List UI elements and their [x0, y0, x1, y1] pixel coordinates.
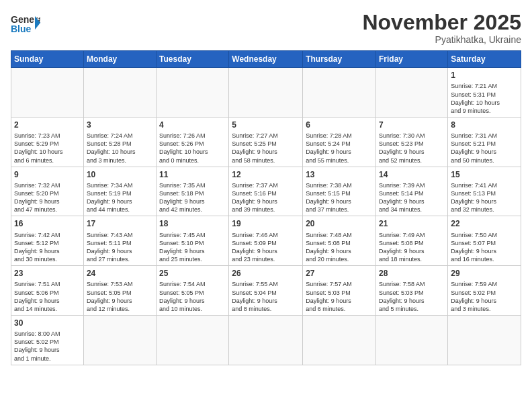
day-info: Sunrise: 7:42 AM Sunset: 5:12 PM Dayligh…: [14, 231, 81, 264]
calendar-cell: 21Sunrise: 7:49 AM Sunset: 5:08 PM Dayli…: [376, 216, 448, 266]
header: General Blue November 2025 Pyatikhatka, …: [11, 11, 521, 45]
day-number: 1: [451, 70, 518, 81]
calendar-cell: 9Sunrise: 7:32 AM Sunset: 5:20 PM Daylig…: [11, 167, 84, 216]
day-info: Sunrise: 7:39 AM Sunset: 5:14 PM Dayligh…: [379, 181, 445, 214]
day-info: Sunrise: 7:58 AM Sunset: 5:03 PM Dayligh…: [379, 280, 445, 313]
calendar-cell: 26Sunrise: 7:55 AM Sunset: 5:04 PM Dayli…: [229, 266, 303, 316]
day-info: Sunrise: 7:21 AM Sunset: 5:31 PM Dayligh…: [451, 82, 518, 115]
calendar-cell: 6Sunrise: 7:28 AM Sunset: 5:24 PM Daylig…: [303, 117, 376, 167]
day-number: 20: [306, 218, 373, 229]
calendar-cell: [229, 315, 303, 365]
day-info: Sunrise: 7:51 AM Sunset: 5:06 PM Dayligh…: [14, 280, 81, 313]
calendar-cell: 5Sunrise: 7:27 AM Sunset: 5:25 PM Daylig…: [229, 117, 303, 167]
day-number: 4: [159, 120, 226, 130]
day-number: 7: [379, 120, 445, 130]
calendar-cell: [157, 315, 229, 365]
day-info: Sunrise: 7:59 AM Sunset: 5:02 PM Dayligh…: [451, 280, 518, 313]
day-number: 21: [379, 218, 445, 229]
day-info: Sunrise: 7:57 AM Sunset: 5:03 PM Dayligh…: [306, 280, 373, 313]
calendar-cell: 29Sunrise: 7:59 AM Sunset: 5:02 PM Dayli…: [448, 266, 521, 316]
day-header-tuesday: Tuesday: [157, 51, 229, 68]
calendar-cell: 23Sunrise: 7:51 AM Sunset: 5:06 PM Dayli…: [11, 266, 84, 316]
svg-text:Blue: Blue: [11, 24, 32, 34]
location-subtitle: Pyatikhatka, Ukraine: [362, 34, 521, 45]
day-info: Sunrise: 7:32 AM Sunset: 5:20 PM Dayligh…: [14, 181, 81, 214]
day-info: Sunrise: 8:00 AM Sunset: 5:02 PM Dayligh…: [14, 330, 81, 363]
calendar-cell: 14Sunrise: 7:39 AM Sunset: 5:14 PM Dayli…: [376, 167, 448, 216]
day-header-monday: Monday: [83, 51, 156, 68]
calendar-table: SundayMondayTuesdayWednesdayThursdayFrid…: [11, 50, 521, 365]
day-number: 18: [159, 218, 226, 229]
day-number: 14: [379, 169, 445, 180]
calendar-cell: 20Sunrise: 7:48 AM Sunset: 5:08 PM Dayli…: [303, 216, 376, 266]
calendar-cell: 27Sunrise: 7:57 AM Sunset: 5:03 PM Dayli…: [303, 266, 376, 316]
calendar-cell: [83, 315, 156, 365]
day-header-sunday: Sunday: [11, 51, 84, 68]
calendar-cell: 28Sunrise: 7:58 AM Sunset: 5:03 PM Dayli…: [376, 266, 448, 316]
day-number: 24: [87, 268, 153, 279]
title-area: November 2025 Pyatikhatka, Ukraine: [362, 11, 521, 45]
calendar-cell: 13Sunrise: 7:38 AM Sunset: 5:15 PM Dayli…: [303, 167, 376, 216]
calendar-cell: 22Sunrise: 7:50 AM Sunset: 5:07 PM Dayli…: [448, 216, 521, 266]
logo: General Blue: [11, 11, 40, 36]
calendar-week-row: 30Sunrise: 8:00 AM Sunset: 5:02 PM Dayli…: [11, 315, 521, 365]
day-number: 26: [232, 268, 300, 279]
calendar-cell: 3Sunrise: 7:24 AM Sunset: 5:28 PM Daylig…: [83, 117, 156, 167]
day-header-wednesday: Wednesday: [229, 51, 303, 68]
day-info: Sunrise: 7:54 AM Sunset: 5:05 PM Dayligh…: [159, 280, 226, 313]
day-info: Sunrise: 7:45 AM Sunset: 5:10 PM Dayligh…: [159, 231, 226, 264]
calendar-cell: 19Sunrise: 7:46 AM Sunset: 5:09 PM Dayli…: [229, 216, 303, 266]
logo-icon: General Blue: [11, 11, 40, 36]
calendar-cell: 8Sunrise: 7:31 AM Sunset: 5:21 PM Daylig…: [448, 117, 521, 167]
calendar-cell: [376, 315, 448, 365]
calendar-cell: 12Sunrise: 7:37 AM Sunset: 5:16 PM Dayli…: [229, 167, 303, 216]
day-info: Sunrise: 7:53 AM Sunset: 5:05 PM Dayligh…: [87, 280, 153, 313]
day-number: 5: [232, 120, 300, 130]
day-info: Sunrise: 7:55 AM Sunset: 5:04 PM Dayligh…: [232, 280, 300, 313]
calendar-cell: 11Sunrise: 7:35 AM Sunset: 5:18 PM Dayli…: [157, 167, 229, 216]
day-info: Sunrise: 7:24 AM Sunset: 5:28 PM Dayligh…: [87, 132, 153, 165]
day-number: 17: [87, 218, 153, 229]
day-number: 19: [232, 218, 300, 229]
day-info: Sunrise: 7:46 AM Sunset: 5:09 PM Dayligh…: [232, 231, 300, 264]
day-info: Sunrise: 7:43 AM Sunset: 5:11 PM Dayligh…: [87, 231, 153, 264]
day-info: Sunrise: 7:50 AM Sunset: 5:07 PM Dayligh…: [451, 231, 518, 264]
day-info: Sunrise: 7:38 AM Sunset: 5:15 PM Dayligh…: [306, 181, 373, 214]
day-info: Sunrise: 7:30 AM Sunset: 5:23 PM Dayligh…: [379, 132, 445, 165]
calendar-week-row: 16Sunrise: 7:42 AM Sunset: 5:12 PM Dayli…: [11, 216, 521, 266]
day-info: Sunrise: 7:49 AM Sunset: 5:08 PM Dayligh…: [379, 231, 445, 264]
day-number: 6: [306, 120, 373, 130]
calendar-cell: 10Sunrise: 7:34 AM Sunset: 5:19 PM Dayli…: [83, 167, 156, 216]
day-header-friday: Friday: [376, 51, 448, 68]
calendar-cell: 24Sunrise: 7:53 AM Sunset: 5:05 PM Dayli…: [83, 266, 156, 316]
day-info: Sunrise: 7:48 AM Sunset: 5:08 PM Dayligh…: [306, 231, 373, 264]
day-number: 16: [14, 218, 81, 229]
calendar-cell: [11, 68, 84, 118]
calendar-cell: 15Sunrise: 7:41 AM Sunset: 5:13 PM Dayli…: [448, 167, 521, 216]
day-number: 28: [379, 268, 445, 279]
day-info: Sunrise: 7:27 AM Sunset: 5:25 PM Dayligh…: [232, 132, 300, 165]
day-number: 23: [14, 268, 81, 279]
day-number: 3: [87, 120, 153, 130]
calendar-cell: [229, 68, 303, 118]
day-number: 8: [451, 120, 518, 130]
calendar-header-row: SundayMondayTuesdayWednesdayThursdayFrid…: [11, 51, 521, 68]
day-number: 2: [14, 120, 81, 130]
calendar-cell: 16Sunrise: 7:42 AM Sunset: 5:12 PM Dayli…: [11, 216, 84, 266]
day-number: 27: [306, 268, 373, 279]
day-number: 22: [451, 218, 518, 229]
day-number: 9: [14, 169, 81, 180]
calendar-cell: 4Sunrise: 7:26 AM Sunset: 5:26 PM Daylig…: [157, 117, 229, 167]
calendar-cell: 2Sunrise: 7:23 AM Sunset: 5:29 PM Daylig…: [11, 117, 84, 167]
day-header-saturday: Saturday: [448, 51, 521, 68]
calendar-cell: 30Sunrise: 8:00 AM Sunset: 5:02 PM Dayli…: [11, 315, 84, 365]
day-number: 11: [159, 169, 226, 180]
day-number: 10: [87, 169, 153, 180]
day-info: Sunrise: 7:31 AM Sunset: 5:21 PM Dayligh…: [451, 132, 518, 165]
calendar-cell: [83, 68, 156, 118]
day-number: 29: [451, 268, 518, 279]
day-number: 15: [451, 169, 518, 180]
day-number: 30: [14, 318, 81, 328]
calendar-cell: [376, 68, 448, 118]
day-info: Sunrise: 7:41 AM Sunset: 5:13 PM Dayligh…: [451, 181, 518, 214]
